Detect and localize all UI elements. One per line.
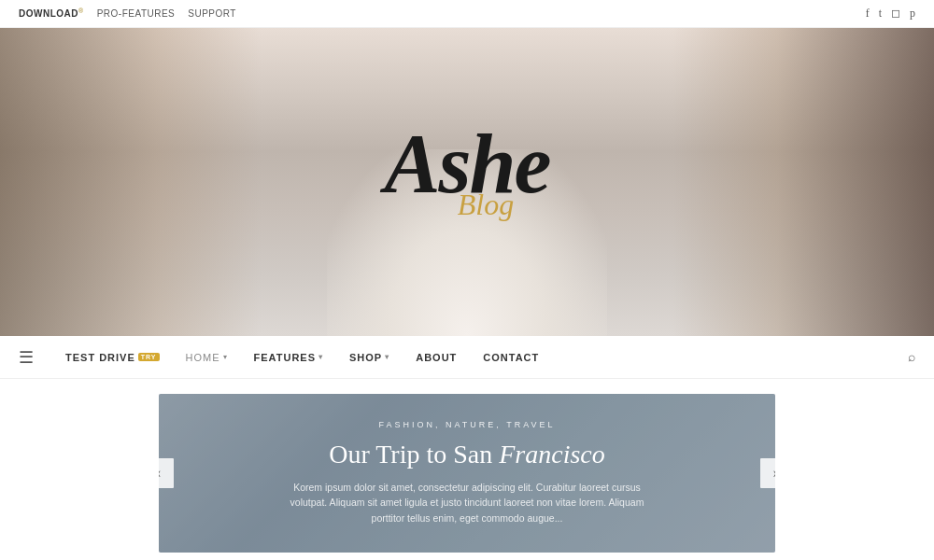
- pinterest-icon[interactable]: p: [910, 7, 915, 21]
- shop-chevron: ▾: [385, 353, 389, 361]
- nav-item-test-drive[interactable]: TEST DRIVE TRY: [52, 336, 173, 379]
- nav-left-group: ☰ TEST DRIVE TRY HOME ▾ FEATURES ▾ SHOP …: [19, 336, 552, 379]
- social-icons: f t ◻ p: [866, 7, 915, 21]
- slider-category: FASHION, NATURE, TRAVEL: [280, 420, 654, 429]
- support-link[interactable]: SUPPORT: [188, 8, 236, 19]
- hero-title-block: Ashe Blog: [384, 122, 549, 222]
- nav-item-contact[interactable]: CONTACT: [470, 336, 552, 379]
- main-navigation: ☰ TEST DRIVE TRY HOME ▾ FEATURES ▾ SHOP …: [0, 336, 934, 379]
- facebook-icon[interactable]: f: [866, 7, 870, 21]
- nav-item-about[interactable]: ABOUT: [403, 336, 470, 379]
- top-bar: DOWNLOAD® PRO-FEATURES SUPPORT f t ◻ p: [0, 0, 934, 28]
- home-chevron: ▾: [223, 353, 228, 361]
- download-link[interactable]: DOWNLOAD®: [19, 7, 84, 19]
- slider-next-button[interactable]: ›: [760, 458, 775, 488]
- nav-item-shop[interactable]: SHOP ▾: [336, 336, 403, 379]
- slider-title: Our Trip to San Francisco: [280, 439, 654, 470]
- pro-features-link[interactable]: PRO-FEATURES: [97, 8, 176, 19]
- top-nav: DOWNLOAD® PRO-FEATURES SUPPORT: [19, 7, 236, 19]
- nav-item-home[interactable]: HOME ▾: [173, 336, 241, 379]
- slider-content: FASHION, NATURE, TRAVEL Our Trip to San …: [243, 401, 691, 545]
- features-chevron: ▾: [318, 353, 323, 361]
- instagram-icon[interactable]: ◻: [891, 7, 900, 21]
- twitter-icon[interactable]: t: [879, 7, 882, 21]
- slider-description: Korem ipsum dolor sit amet, consectetur …: [280, 480, 654, 526]
- nav-item-features[interactable]: FEATURES ▾: [241, 336, 336, 379]
- hero-banner: Ashe Blog: [0, 28, 934, 336]
- search-button[interactable]: ⌕: [908, 350, 915, 365]
- hamburger-menu[interactable]: ☰: [19, 347, 34, 368]
- trees-left-decoration: [0, 28, 262, 336]
- nav-items: TEST DRIVE TRY HOME ▾ FEATURES ▾ SHOP ▾ …: [52, 336, 552, 379]
- trees-right-decoration: [672, 28, 934, 336]
- featured-slider: ‹ FASHION, NATURE, TRAVEL Our Trip to Sa…: [159, 394, 775, 553]
- slider-prev-button[interactable]: ‹: [159, 458, 174, 488]
